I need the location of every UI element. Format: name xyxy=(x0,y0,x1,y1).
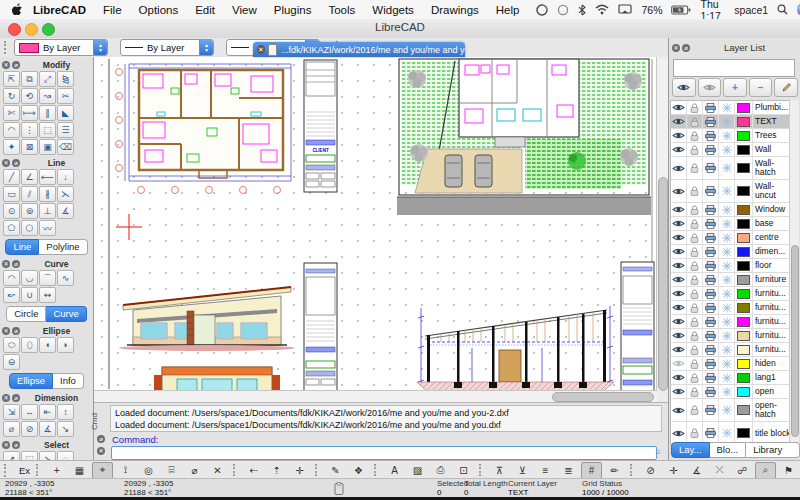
display-mirroring-icon[interactable] xyxy=(618,4,632,15)
layer-lock-icon[interactable] xyxy=(687,301,703,314)
layer-print-icon[interactable] xyxy=(703,385,719,398)
layer-construction-icon[interactable] xyxy=(719,301,735,314)
snap-grid-button[interactable]: ▦ xyxy=(69,462,90,479)
remove-layer-button[interactable]: − xyxy=(749,78,773,97)
panel-close-button[interactable]: ✕ xyxy=(2,260,10,268)
layer-list-scrollbar[interactable] xyxy=(789,100,799,443)
panel-float-button[interactable]: ⌀ xyxy=(12,159,20,167)
tool-dimension-diametric[interactable]: ⊘ xyxy=(21,421,38,437)
tool-line-polygon-center[interactable]: ⬠ xyxy=(3,220,20,236)
layer-lock-icon[interactable] xyxy=(687,203,703,216)
tool-ellipse-foci[interactable]: ◗ xyxy=(57,337,74,353)
layer-row-text[interactable]: TEXT xyxy=(671,115,792,129)
layer-construction-icon[interactable] xyxy=(719,399,735,421)
hscroll-thumb[interactable] xyxy=(552,392,654,402)
bluetooth-icon[interactable] xyxy=(578,4,586,16)
tool-dimension-radial[interactable]: ⌀ xyxy=(3,421,20,437)
menu-item-tools[interactable]: Tools xyxy=(328,4,355,16)
restrict-nothing-button[interactable]: ⇠ xyxy=(243,462,264,479)
layer-visibility-icon[interactable] xyxy=(671,329,687,342)
command-close-button[interactable]: ✕ xyxy=(97,447,105,455)
layer-row-furnitu-[interactable]: furnitu... xyxy=(671,301,792,315)
layer-row-wall-uncut[interactable]: Wall-uncut xyxy=(671,180,792,203)
layer-visibility-icon[interactable] xyxy=(671,259,687,272)
toolbar-handle[interactable] xyxy=(4,41,10,54)
layer-visibility-icon[interactable] xyxy=(671,301,687,314)
layer-construction-icon[interactable] xyxy=(719,143,735,156)
layer-row-plumbi-[interactable]: Plumbi... xyxy=(671,101,792,115)
tool-line-bisector[interactable]: ⋋ xyxy=(57,186,74,202)
snap-free-button[interactable]: + xyxy=(46,462,67,479)
layer-construction-icon[interactable] xyxy=(719,422,735,444)
tool-modify-lengthen[interactable]: ⟼ xyxy=(21,105,38,121)
layer-lock-icon[interactable] xyxy=(687,101,703,114)
tool-line-rectangle[interactable]: ▭ xyxy=(3,186,20,202)
layer-lock-icon[interactable] xyxy=(687,231,703,244)
dock-tab-library-browser[interactable]: Library B... xyxy=(746,442,800,458)
layer-row-furnitu-[interactable]: furnitu... xyxy=(671,315,792,329)
dock-tab-block-list[interactable]: Blo... xyxy=(710,442,747,458)
order-top-button[interactable]: ⊼ xyxy=(489,462,510,479)
layer-construction-icon[interactable] xyxy=(719,273,735,286)
tool-ellipse-inscribed[interactable]: ⊖ xyxy=(3,354,20,370)
layer-visibility-icon[interactable] xyxy=(671,143,687,156)
toggle-grid-button[interactable]: # xyxy=(581,462,602,479)
layer-row-open-hatch[interactable]: open-hatch xyxy=(671,399,792,422)
layer-visibility-icon[interactable] xyxy=(671,371,687,384)
document-close-icon[interactable]: ✕ xyxy=(257,45,265,54)
layer-row-furnitu-[interactable]: furnitu... xyxy=(671,287,792,301)
layer-row-base[interactable]: base xyxy=(671,217,792,231)
entity-info-button[interactable]: ☍ xyxy=(732,462,753,479)
tool-line-orthogonal[interactable]: ⊥ xyxy=(39,203,56,219)
tool-ellipse-arc[interactable]: ◖ xyxy=(39,337,56,353)
tool-dimension-aligned[interactable]: ⇲ xyxy=(3,404,20,420)
canvas-vertical-scrollbar[interactable] xyxy=(656,57,668,391)
tool-ellipse-center-axes[interactable]: ⬭ xyxy=(3,337,20,353)
vscroll-thumb[interactable] xyxy=(658,177,668,391)
tab-polyline[interactable]: Polyline xyxy=(39,239,87,255)
snap-endpoint-button[interactable]: ⌖ xyxy=(92,462,113,479)
tool-curve-arc-tangent[interactable]: ⌒ xyxy=(39,270,56,286)
hide-all-layers-button[interactable] xyxy=(698,78,722,97)
restrict-horizontal-button[interactable]: ✛ xyxy=(289,462,310,479)
layer-print-icon[interactable] xyxy=(703,115,719,128)
layer-scroll-thumb[interactable] xyxy=(791,245,799,437)
layer-construction-icon[interactable] xyxy=(719,129,735,142)
measure-area-button[interactable]: ⤫ xyxy=(709,462,730,479)
tool-modify-mirror[interactable]: ⧎ xyxy=(57,71,74,87)
layer-lock-icon[interactable] xyxy=(687,259,703,272)
tool-select-single[interactable]: ➚ xyxy=(3,451,20,460)
layer-visibility-icon[interactable] xyxy=(671,357,687,370)
tool-line-relative-angle[interactable]: ∡ xyxy=(57,203,74,219)
apple-menu-icon[interactable] xyxy=(12,3,23,16)
tool-modify-move-rotate[interactable]: ↝ xyxy=(39,88,56,104)
menu-item-help[interactable]: Help xyxy=(496,4,520,16)
layer-visibility-icon[interactable] xyxy=(671,115,687,128)
layer-construction-icon[interactable] xyxy=(719,231,735,244)
layer-visibility-icon[interactable] xyxy=(671,422,687,444)
menu-item-options[interactable]: Options xyxy=(139,4,179,16)
menu-item-widgets[interactable]: Widgets xyxy=(372,4,414,16)
pen-picker-button[interactable]: ❖ xyxy=(348,462,369,479)
layer-construction-icon[interactable] xyxy=(719,357,735,370)
restrict-vertical-button[interactable]: ⇡ xyxy=(266,462,287,479)
layer-visibility-icon[interactable] xyxy=(671,231,687,244)
layer-visibility-icon[interactable] xyxy=(671,129,687,142)
image-button[interactable]: ⎙ xyxy=(430,462,451,479)
layer-visibility-icon[interactable] xyxy=(671,203,687,216)
layer-print-icon[interactable] xyxy=(703,245,719,258)
tool-ellipse-axes-points[interactable]: ⬯ xyxy=(21,337,38,353)
measure-point-button[interactable]: ✛ xyxy=(663,462,684,479)
menu-item-drawings[interactable]: Drawings xyxy=(431,4,479,16)
tool-curve-parabola[interactable]: ∪ xyxy=(21,287,38,303)
tool-curve-arc-three-points[interactable]: ◠ xyxy=(3,270,20,286)
tool-modify-scale[interactable]: ⤢ xyxy=(39,71,56,87)
tool-dimension-linear[interactable]: ↔ xyxy=(21,404,38,420)
panel-float-button[interactable]: ⌀ xyxy=(12,327,20,335)
layer-print-icon[interactable] xyxy=(703,129,719,142)
measure-angle-button[interactable]: ∡ xyxy=(686,462,707,479)
tool-modify-offset[interactable]: ∥ xyxy=(39,105,56,121)
layer-print-icon[interactable] xyxy=(703,287,719,300)
layer-construction-icon[interactable] xyxy=(719,315,735,328)
layer-print-icon[interactable] xyxy=(703,203,719,216)
